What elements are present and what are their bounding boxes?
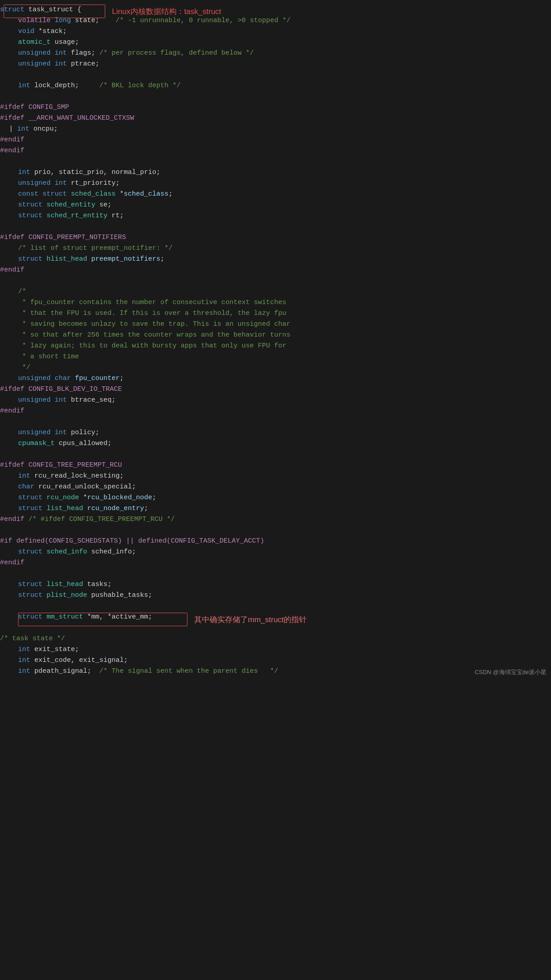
- code-line: unsigned int ptrace;: [0, 59, 551, 70]
- code-line: [0, 221, 551, 232]
- code-line: [0, 417, 551, 427]
- code-line: struct list_head tasks;: [0, 579, 551, 590]
- code-line: struct sched_entity se;: [0, 200, 551, 211]
- code-line: struct sched_rt_entity rt;: [0, 211, 551, 221]
- code-line: #ifdef CONFIG_TREE_PREEMPT_RCU: [0, 460, 551, 471]
- code-line: atomic_t usage;: [0, 37, 551, 48]
- code-line: unsigned int btrace_seq;: [0, 395, 551, 406]
- code-line: [0, 449, 551, 460]
- code-line: struct hlist_head preempt_notifiers;: [0, 254, 551, 265]
- code-line: [0, 156, 551, 167]
- code-line: #endif: [0, 558, 551, 568]
- code-line: #ifdef CONFIG_SMP: [0, 102, 551, 113]
- code-line: #endif /* #ifdef CONFIG_TREE_PREEMPT_RCU…: [0, 514, 551, 525]
- code-line: #endif: [0, 406, 551, 417]
- code-line: */: [0, 362, 551, 373]
- code-line: * lazy again; this to deal with bursty a…: [0, 341, 551, 352]
- code-line: unsigned int policy;: [0, 427, 551, 438]
- code-line: int rcu_read_lock_nesting;: [0, 471, 551, 482]
- code-line: cpumask_t cpus_allowed;: [0, 438, 551, 449]
- code-line: #ifdef CONFIG_PREEMPT_NOTIFIERS: [0, 232, 551, 243]
- code-block: Linux内核数据结构：task_struct struct task_stru…: [0, 0, 551, 681]
- code-line: /* list of struct preempt_notifier: */: [0, 243, 551, 254]
- code-line: #ifdef __ARCH_WANT_UNLOCKED_CTXSW: [0, 113, 551, 124]
- code-line: [0, 276, 551, 286]
- code-line: const struct sched_class *sched_class;: [0, 189, 551, 200]
- code-line: unsigned int flags; /* per process flags…: [0, 48, 551, 59]
- code-line: struct sched_info sched_info;: [0, 547, 551, 558]
- code-line: [0, 91, 551, 102]
- code-line: #endif: [0, 145, 551, 156]
- code-line: int pdeath_signal; /* The signal sent wh…: [0, 666, 551, 677]
- code-line: struct mm_struct *mm, *active_mm;: [0, 612, 551, 623]
- code-line: #if defined(CONFIG_SCHEDSTATS) || define…: [0, 536, 551, 547]
- code-line: unsigned int rt_priority;: [0, 178, 551, 189]
- code-line: [0, 623, 551, 633]
- code-line: /* task state */: [0, 633, 551, 644]
- code-line: #endif: [0, 265, 551, 276]
- code-line: [0, 568, 551, 579]
- code-line: int lock_depth; /* BKL lock depth */: [0, 80, 551, 91]
- code-line: int exit_state;: [0, 644, 551, 655]
- code-line: #ifdef CONFIG_BLK_DEV_IO_TRACE: [0, 384, 551, 395]
- code-line: /*: [0, 286, 551, 297]
- code-line: struct list_head rcu_node_entry;: [0, 503, 551, 514]
- code-line: volatile long state; /* -1 unrunnable, 0…: [0, 15, 551, 26]
- code-line: int prio, static_prio, normal_prio;: [0, 167, 551, 178]
- code-line: int exit_code, exit_signal;: [0, 655, 551, 666]
- code-line: char rcu_read_unlock_special;: [0, 482, 551, 492]
- code-line: | int oncpu;: [0, 124, 551, 135]
- code-line: #endif: [0, 135, 551, 145]
- code-line: [0, 525, 551, 536]
- code-line: [0, 70, 551, 80]
- code-line: unsigned char fpu_counter;: [0, 373, 551, 384]
- code-line: void *stack;: [0, 26, 551, 37]
- code-line: * that the FPU is used. If this is over …: [0, 308, 551, 319]
- code-line: * fpu_counter contains the number of con…: [0, 297, 551, 308]
- code-line: * saving becomes unlazy to save the trap…: [0, 319, 551, 330]
- code-line: * a short time: [0, 352, 551, 362]
- lines-container: struct task_struct {volatile long state;…: [0, 5, 551, 677]
- watermark-text: CSDN @海绵宝宝de派小星: [475, 668, 546, 677]
- code-line: struct task_struct {: [0, 5, 551, 15]
- code-line: struct rcu_node *rcu_blocked_node;: [0, 492, 551, 503]
- code-line: struct plist_node pushable_tasks;: [0, 590, 551, 601]
- code-line: [0, 601, 551, 612]
- code-line: * so that after 256 times the counter wr…: [0, 330, 551, 341]
